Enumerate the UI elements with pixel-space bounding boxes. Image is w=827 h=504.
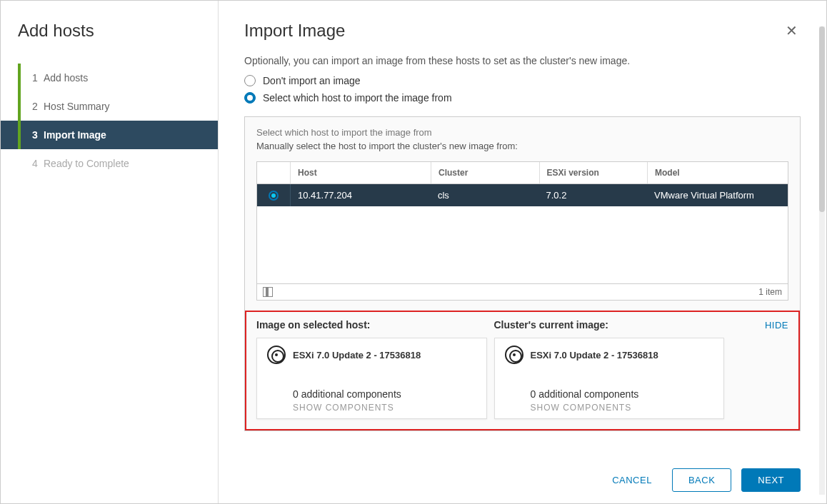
- intro-text: Optionally, you can import an image from…: [244, 55, 801, 66]
- close-icon[interactable]: ✕: [783, 21, 801, 41]
- card-header: ESXi 7.0 Update 2 - 17536818: [267, 346, 476, 364]
- radio-select-host[interactable]: Select which host to import the image fr…: [244, 92, 801, 104]
- card-host-image: ESXi 7.0 Update 2 - 17536818 0 additiona…: [256, 338, 487, 419]
- radio-icon: [244, 75, 256, 86]
- components-count: 0 additional components: [293, 388, 476, 400]
- wizard-steps: 1 Add hosts 2 Host Summary 3 Import Imag…: [1, 64, 218, 178]
- wizard-content: Import Image ✕ Optionally, you can impor…: [219, 1, 826, 503]
- panel-title: Select which host to import the image fr…: [256, 127, 788, 138]
- row-radio-cell[interactable]: [257, 185, 290, 206]
- hide-link[interactable]: HIDE: [731, 320, 788, 331]
- card-body: 0 additional components SHOW COMPONENTS: [505, 388, 714, 413]
- host-select-panel: Select which host to import the image fr…: [244, 116, 801, 431]
- radio-dont-import[interactable]: Don't import an image: [244, 75, 801, 86]
- item-count: 1 item: [758, 287, 782, 297]
- step-host-summary[interactable]: 2 Host Summary: [1, 92, 218, 121]
- compare-cards: ESXi 7.0 Update 2 - 17536818 0 additiona…: [256, 338, 788, 419]
- card-header: ESXi 7.0 Update 2 - 17536818: [505, 346, 714, 364]
- radio-label: Don't import an image: [263, 75, 361, 86]
- compare-header: Image on selected host: Cluster's curren…: [256, 319, 788, 331]
- next-button[interactable]: NEXT: [741, 468, 801, 492]
- right-compare-label: Cluster's current image:: [494, 319, 732, 331]
- wizard-footer: CANCEL BACK NEXT: [244, 455, 801, 492]
- cell-esxi: 7.0.2: [539, 184, 648, 206]
- step-label: Import Image: [38, 129, 106, 141]
- cell-cluster: cls: [431, 184, 539, 206]
- radio-icon: [244, 92, 256, 104]
- step-number: 1: [22, 72, 38, 84]
- disc-icon: [505, 346, 523, 364]
- step-number: 2: [22, 101, 38, 112]
- step-import-image[interactable]: 3 Import Image: [1, 121, 218, 149]
- wizard-title: Add hosts: [1, 21, 218, 64]
- cell-model: VMware Virtual Platform: [647, 184, 788, 206]
- row-radio-icon: [269, 191, 279, 201]
- compare-spacer: [731, 338, 788, 419]
- radio-label: Select which host to import the image fr…: [263, 92, 452, 104]
- step-label: Ready to Complete: [38, 158, 129, 169]
- th-cluster[interactable]: Cluster: [431, 162, 539, 183]
- panel-subtitle: Manually select the host to import the c…: [256, 141, 788, 151]
- left-compare-label: Image on selected host:: [256, 319, 494, 331]
- column-picker-icon[interactable]: [263, 287, 273, 297]
- th-host[interactable]: Host: [290, 162, 431, 183]
- show-components-link[interactable]: SHOW COMPONENTS: [293, 403, 476, 413]
- th-select: [257, 167, 290, 178]
- disc-icon: [267, 346, 286, 364]
- page-title: Import Image: [244, 21, 345, 41]
- show-components-link[interactable]: SHOW COMPONENTS: [531, 403, 714, 413]
- table-row[interactable]: 10.41.77.204 cls 7.0.2 VMware Virtual Pl…: [257, 184, 788, 206]
- step-add-hosts[interactable]: 1 Add hosts: [1, 64, 218, 92]
- dialog-root: Add hosts 1 Add hosts 2 Host Summary 3 I…: [1, 1, 826, 503]
- cell-host: 10.41.77.204: [290, 184, 431, 206]
- card-title: ESXi 7.0 Update 2 - 17536818: [531, 350, 658, 361]
- table-empty-space: [257, 206, 788, 283]
- step-ready-complete: 4 Ready to Complete: [1, 149, 218, 178]
- image-compare-highlight: Image on selected host: Cluster's curren…: [245, 311, 800, 430]
- card-cluster-image: ESXi 7.0 Update 2 - 17536818 0 additiona…: [494, 338, 725, 419]
- host-table: Host Cluster ESXi version Model 10.41.77…: [256, 161, 788, 301]
- scrollbar-thumb[interactable]: [819, 26, 825, 212]
- th-esxi[interactable]: ESXi version: [539, 162, 648, 183]
- card-body: 0 additional components SHOW COMPONENTS: [267, 388, 476, 413]
- card-title: ESXi 7.0 Update 2 - 17536818: [293, 350, 421, 361]
- step-number: 4: [22, 158, 38, 169]
- content-header: Import Image ✕: [244, 21, 801, 41]
- wizard-sidebar: Add hosts 1 Add hosts 2 Host Summary 3 I…: [1, 1, 219, 503]
- step-label: Host Summary: [38, 101, 110, 112]
- table-header-row: Host Cluster ESXi version Model: [257, 162, 788, 184]
- step-label: Add hosts: [38, 72, 88, 84]
- th-model[interactable]: Model: [647, 162, 788, 183]
- step-number: 3: [22, 129, 38, 141]
- back-button[interactable]: BACK: [672, 468, 731, 492]
- cancel-button[interactable]: CANCEL: [602, 469, 662, 491]
- components-count: 0 additional components: [531, 388, 714, 400]
- table-footer: 1 item: [257, 283, 788, 300]
